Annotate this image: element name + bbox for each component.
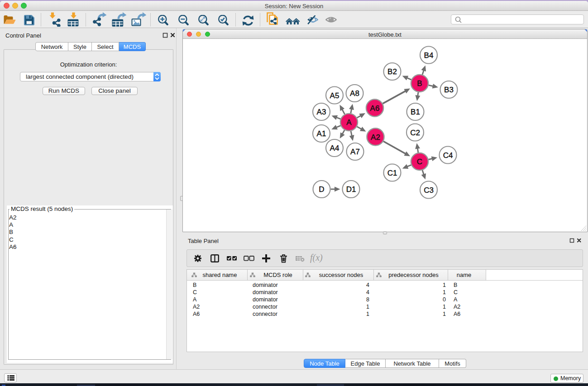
svg-text:C2: C2 [410,129,420,137]
svg-text:C3: C3 [424,186,434,195]
svg-text:B2: B2 [387,67,397,76]
svg-text:C4: C4 [443,151,453,160]
svg-text:C1: C1 [387,169,397,177]
svg-text:A7: A7 [350,148,360,156]
svg-text:C: C [417,157,422,166]
svg-text:A8: A8 [350,89,359,98]
svg-text:A5: A5 [330,91,339,100]
svg-text:B3: B3 [444,86,454,94]
svg-text:B1: B1 [411,108,420,116]
svg-text:D: D [319,185,324,194]
svg-text:f(x): f(x) [310,253,323,263]
svg-text:A1: A1 [317,129,326,138]
svg-text:A4: A4 [330,144,339,152]
svg-text:B4: B4 [424,51,434,60]
svg-text:A3: A3 [317,108,326,116]
svg-text:A6: A6 [370,104,380,113]
svg-text:D1: D1 [346,185,356,194]
svg-text:A: A [346,118,352,127]
svg-text:A2: A2 [371,133,380,142]
svg-text:B: B [417,79,422,88]
